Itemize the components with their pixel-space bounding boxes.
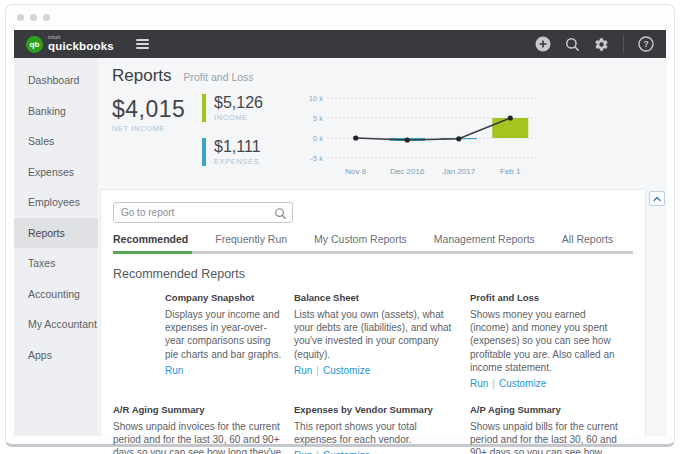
page-header: Reports Profit and Loss — [112, 66, 254, 86]
run-link[interactable]: Run — [294, 450, 312, 454]
report-tabs: RecommendedFrequently RunMy Custom Repor… — [113, 233, 633, 251]
svg-text:?: ? — [643, 39, 648, 49]
link-separator: | — [312, 365, 323, 376]
tab-recommended[interactable]: Recommended — [113, 233, 188, 251]
svg-text:0 k: 0 k — [313, 134, 323, 143]
svg-text:Nov 8: Nov 8 — [345, 167, 366, 176]
gear-icon[interactable] — [594, 37, 609, 52]
expenses-label: EXPENSES — [214, 157, 261, 166]
create-plus-icon[interactable] — [535, 36, 551, 52]
sidebar-item-expenses[interactable]: Expenses — [14, 157, 98, 188]
stat-income: $5,126 INCOME — [202, 94, 263, 122]
report-card-description: Shows money you earned (income) and mone… — [470, 308, 623, 374]
hamburger-menu-icon[interactable] — [136, 39, 149, 49]
customize-link[interactable]: Customize — [499, 378, 546, 389]
screenshot-stage: qb intuit quickbooks — [0, 0, 680, 454]
svg-text:Feb 1: Feb 1 — [500, 167, 521, 176]
window-controls — [17, 14, 50, 21]
svg-text:Dec 2016: Dec 2016 — [390, 167, 425, 176]
net-income-mini-chart: 10 k5 k0 k-5 kNov 8Dec 2016Jan 2017Feb 1 — [294, 88, 544, 184]
report-card-title: A/P Aging Summary — [470, 404, 623, 415]
tab-my-custom-reports[interactable]: My Custom Reports — [314, 233, 407, 251]
customize-link[interactable]: Customize — [323, 450, 370, 454]
customize-link[interactable]: Customize — [323, 365, 370, 376]
report-card-title: Expenses by Vendor Summary — [294, 404, 460, 415]
reports-panel: RecommendedFrequently RunMy Custom Repor… — [100, 189, 646, 436]
run-link[interactable]: Run — [294, 365, 312, 376]
window-control-dot[interactable] — [30, 14, 37, 21]
main-content: Reports Profit and Loss $4,015 NET INCOM… — [98, 58, 666, 436]
report-card: A/R Aging SummaryShows unpaid invoices f… — [113, 404, 294, 454]
svg-text:10 k: 10 k — [309, 94, 323, 103]
report-card-links: Run|Customize — [294, 365, 460, 376]
tab-all-reports[interactable]: All Reports — [562, 233, 613, 251]
window-control-dot[interactable] — [17, 14, 24, 21]
page-subtitle: Profit and Loss — [184, 71, 254, 83]
sidebar-item-apps[interactable]: Apps — [14, 340, 98, 371]
report-card-description: Displays your income and expenses in yea… — [165, 308, 284, 361]
report-card-title: Balance Sheet — [294, 292, 460, 303]
tabs-underline — [113, 251, 633, 254]
browser-titlebar — [6, 5, 674, 30]
tab-frequently-run[interactable]: Frequently Run — [215, 233, 287, 251]
appbar-divider — [623, 36, 624, 53]
search-icon — [274, 206, 287, 224]
brand-quickbooks: quickbooks — [48, 41, 114, 53]
sidebar-item-banking[interactable]: Banking — [14, 96, 98, 127]
svg-text:-5 k: -5 k — [310, 154, 323, 163]
expenses-value: $1,111 — [214, 138, 261, 156]
run-link[interactable]: Run — [165, 365, 183, 376]
search-icon[interactable] — [565, 37, 580, 52]
report-card: Company SnapshotDisplays your income and… — [113, 292, 294, 389]
section-title: Recommended Reports — [113, 267, 633, 281]
collapse-panel-button[interactable] — [649, 191, 665, 206]
sidebar-item-reports[interactable]: Reports — [14, 218, 98, 249]
help-icon[interactable]: ? — [638, 36, 654, 52]
report-card-description: Shows unpaid bills for the current perio… — [470, 420, 623, 454]
report-card-title: Company Snapshot — [165, 292, 284, 303]
qb-logo-icon: qb — [26, 36, 43, 53]
report-search-input[interactable] — [113, 202, 293, 223]
page-title: Reports — [112, 66, 172, 86]
report-card-title: Profit and Loss — [470, 292, 623, 303]
report-search — [113, 202, 293, 223]
sidebar-item-taxes[interactable]: Taxes — [14, 248, 98, 279]
report-card-description: Lists what you own (assets), what your d… — [294, 308, 460, 361]
browser-frame: qb intuit quickbooks — [5, 4, 675, 447]
run-link[interactable]: Run — [470, 378, 488, 389]
report-card-description: This report shows your total expenses fo… — [294, 420, 460, 446]
active-tab-indicator — [113, 251, 192, 254]
appbar-actions: ? — [535, 36, 654, 53]
report-card-links: Run — [165, 365, 284, 376]
stat-expenses: $1,111 EXPENSES — [202, 138, 261, 166]
report-card-title: A/R Aging Summary — [113, 404, 284, 415]
sidebar-item-accounting[interactable]: Accounting — [14, 279, 98, 310]
net-income-value: $4,015 — [112, 96, 185, 123]
report-card: Expenses by Vendor SummaryThis report sh… — [294, 404, 470, 454]
report-card: A/P Aging SummaryShows unpaid bills for … — [470, 404, 633, 454]
sidebar-nav: DashboardBankingSalesExpensesEmployeesRe… — [14, 58, 98, 436]
sidebar-item-my-accountant[interactable]: My Accountant — [14, 309, 98, 340]
report-card-links: Run|Customize — [470, 378, 623, 389]
stat-net-income: $4,015 NET INCOME — [112, 96, 185, 133]
quickbooks-logo[interactable]: qb intuit quickbooks — [26, 35, 114, 53]
sidebar-item-employees[interactable]: Employees — [14, 187, 98, 218]
report-cards-grid: Company SnapshotDisplays your income and… — [113, 292, 633, 454]
sidebar-item-dashboard[interactable]: Dashboard — [14, 65, 98, 96]
report-card: Balance SheetLists what you own (assets)… — [294, 292, 470, 389]
sidebar-item-sales[interactable]: Sales — [14, 126, 98, 157]
window-control-dot[interactable] — [43, 14, 50, 21]
report-card-description: Shows unpaid invoices for the current pe… — [113, 420, 284, 454]
net-income-label: NET INCOME — [112, 124, 185, 133]
report-card: Profit and LossShows money you earned (i… — [470, 292, 633, 389]
app-header: qb intuit quickbooks — [14, 30, 666, 58]
svg-text:Jan 2017: Jan 2017 — [442, 167, 475, 176]
report-card-links: Run|Customize — [294, 450, 460, 454]
income-value: $5,126 — [214, 94, 263, 112]
quickbooks-app: qb intuit quickbooks — [14, 30, 666, 436]
link-separator: | — [488, 378, 499, 389]
link-separator: | — [312, 450, 323, 454]
income-label: INCOME — [214, 113, 263, 122]
svg-text:5 k: 5 k — [313, 114, 323, 123]
tab-management-reports[interactable]: Management Reports — [434, 233, 535, 251]
